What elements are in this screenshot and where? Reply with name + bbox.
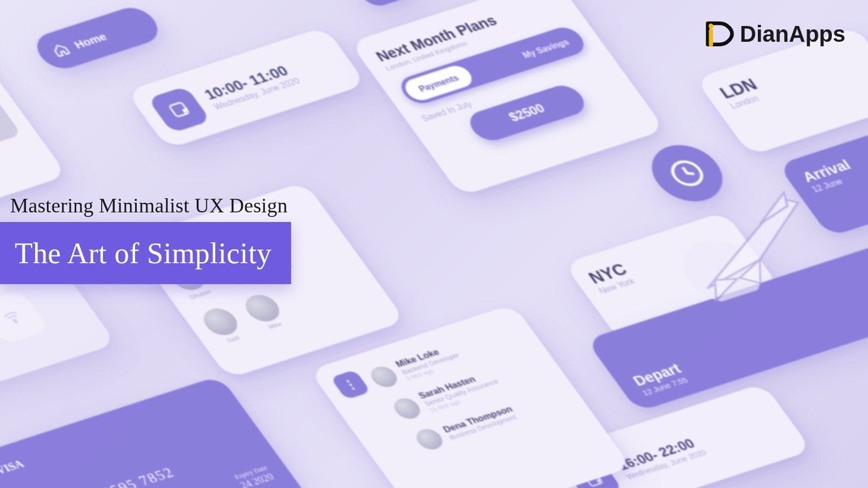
headline-main: The Art of Simplicity bbox=[0, 222, 291, 284]
headline-kicker: Mastering Minimalist UX Design bbox=[10, 194, 288, 217]
brand-name: DianApps bbox=[740, 21, 845, 47]
logo-mark-icon bbox=[704, 18, 735, 50]
svg-point-11 bbox=[709, 24, 713, 28]
brand-logo: DianApps bbox=[704, 18, 845, 50]
